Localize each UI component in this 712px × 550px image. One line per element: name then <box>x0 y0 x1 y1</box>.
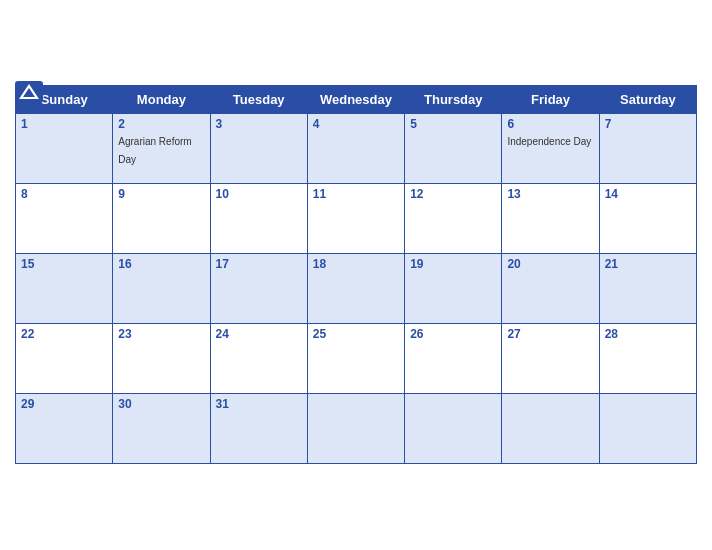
day-number: 24 <box>216 327 302 341</box>
brand-logo-area <box>15 81 45 103</box>
calendar-day-cell <box>599 394 696 464</box>
calendar-day-cell: 21 <box>599 254 696 324</box>
day-number: 16 <box>118 257 204 271</box>
day-number: 1 <box>21 117 107 131</box>
day-number: 5 <box>410 117 496 131</box>
calendar-day-cell: 7 <box>599 114 696 184</box>
day-number: 14 <box>605 187 691 201</box>
day-number: 9 <box>118 187 204 201</box>
calendar-day-cell <box>307 394 404 464</box>
calendar-day-cell: 23 <box>113 324 210 394</box>
day-event: Agrarian Reform Day <box>118 136 191 165</box>
calendar-day-cell: 10 <box>210 184 307 254</box>
calendar-day-cell: 11 <box>307 184 404 254</box>
day-number: 2 <box>118 117 204 131</box>
calendar-day-cell: 8 <box>16 184 113 254</box>
calendar-day-cell: 25 <box>307 324 404 394</box>
calendar-wrapper: Sunday Monday Tuesday Wednesday Thursday… <box>0 71 712 479</box>
calendar-day-cell: 4 <box>307 114 404 184</box>
calendar-week-row: 891011121314 <box>16 184 697 254</box>
calendar-day-cell: 13 <box>502 184 599 254</box>
day-number: 3 <box>216 117 302 131</box>
day-number: 15 <box>21 257 107 271</box>
day-number: 8 <box>21 187 107 201</box>
calendar-day-cell: 5 <box>405 114 502 184</box>
day-number: 28 <box>605 327 691 341</box>
header-friday: Friday <box>502 86 599 114</box>
calendar-day-cell: 17 <box>210 254 307 324</box>
day-number: 26 <box>410 327 496 341</box>
calendar-day-cell: 28 <box>599 324 696 394</box>
calendar-day-cell: 3 <box>210 114 307 184</box>
brand-svg-icon <box>15 81 43 103</box>
calendar-day-cell: 30 <box>113 394 210 464</box>
header-thursday: Thursday <box>405 86 502 114</box>
calendar-day-cell: 1 <box>16 114 113 184</box>
calendar-week-row: 293031 <box>16 394 697 464</box>
calendar-day-cell: 12 <box>405 184 502 254</box>
day-number: 18 <box>313 257 399 271</box>
calendar-day-cell: 26 <box>405 324 502 394</box>
calendar-day-cell: 29 <box>16 394 113 464</box>
weekday-header-row: Sunday Monday Tuesday Wednesday Thursday… <box>16 86 697 114</box>
calendar-day-cell: 31 <box>210 394 307 464</box>
day-number: 11 <box>313 187 399 201</box>
day-number: 19 <box>410 257 496 271</box>
calendar-week-row: 15161718192021 <box>16 254 697 324</box>
day-number: 17 <box>216 257 302 271</box>
day-number: 25 <box>313 327 399 341</box>
calendar-week-row: 22232425262728 <box>16 324 697 394</box>
day-number: 13 <box>507 187 593 201</box>
calendar-day-cell <box>502 394 599 464</box>
day-number: 31 <box>216 397 302 411</box>
calendar-day-cell: 14 <box>599 184 696 254</box>
day-event: Independence Day <box>507 136 591 147</box>
header-monday: Monday <box>113 86 210 114</box>
calendar-day-cell: 22 <box>16 324 113 394</box>
header-saturday: Saturday <box>599 86 696 114</box>
calendar-week-row: 12Agrarian Reform Day3456Independence Da… <box>16 114 697 184</box>
day-number: 29 <box>21 397 107 411</box>
header-wednesday: Wednesday <box>307 86 404 114</box>
calendar-day-cell: 15 <box>16 254 113 324</box>
day-number: 12 <box>410 187 496 201</box>
day-number: 27 <box>507 327 593 341</box>
calendar-day-cell: 27 <box>502 324 599 394</box>
calendar-day-cell: 16 <box>113 254 210 324</box>
day-number: 7 <box>605 117 691 131</box>
calendar-day-cell: 19 <box>405 254 502 324</box>
calendar-day-cell: 6Independence Day <box>502 114 599 184</box>
day-number: 6 <box>507 117 593 131</box>
calendar-day-cell: 18 <box>307 254 404 324</box>
day-number: 23 <box>118 327 204 341</box>
calendar-day-cell: 9 <box>113 184 210 254</box>
day-number: 10 <box>216 187 302 201</box>
calendar-table: Sunday Monday Tuesday Wednesday Thursday… <box>15 85 697 464</box>
calendar-day-cell: 2Agrarian Reform Day <box>113 114 210 184</box>
calendar-day-cell <box>405 394 502 464</box>
day-number: 21 <box>605 257 691 271</box>
day-number: 30 <box>118 397 204 411</box>
day-number: 22 <box>21 327 107 341</box>
calendar-day-cell: 20 <box>502 254 599 324</box>
day-number: 20 <box>507 257 593 271</box>
header-tuesday: Tuesday <box>210 86 307 114</box>
calendar-day-cell: 24 <box>210 324 307 394</box>
day-number: 4 <box>313 117 399 131</box>
